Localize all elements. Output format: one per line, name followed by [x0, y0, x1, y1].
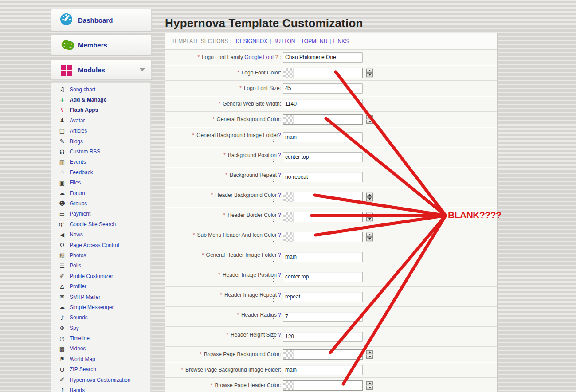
sidebar-module-videos[interactable]: ▩Videos — [51, 344, 150, 354]
sidebar-module-files[interactable]: ▣Files — [51, 178, 150, 188]
sidebar-module-google-site-search[interactable]: g⁺Google Site Search — [51, 219, 150, 229]
transparency-checker-swatch[interactable] — [283, 212, 294, 222]
sidebar-module-avatar[interactable]: ♟Avatar — [51, 115, 150, 125]
sidebar-module-bands[interactable]: ♪Bands — [51, 385, 150, 392]
sidebar-module-news[interactable]: ◀News — [51, 229, 150, 239]
magic-wand-icon: ✐ — [58, 376, 67, 383]
spinner-down-button[interactable] — [366, 73, 373, 77]
section-link-designbox[interactable]: DESIGNBOX — [236, 38, 267, 44]
general-header-image-folder-input[interactable] — [283, 252, 363, 262]
sidebar-module-forum[interactable]: ☁Forum — [51, 188, 150, 198]
spinner-down-button[interactable] — [366, 217, 373, 221]
spinner-up-button[interactable] — [366, 350, 373, 354]
sidebar-item-modules[interactable]: Modules — [51, 59, 152, 80]
sidebar-module-timeline[interactable]: ◷Timeline — [51, 333, 150, 343]
spinner-down-button[interactable] — [366, 237, 373, 241]
sidebar-module-photos[interactable]: ▨Photos — [51, 250, 150, 260]
transparency-checker-swatch[interactable] — [283, 68, 294, 78]
sidebar-module-add-manage[interactable]: +Add & Manage — [51, 94, 150, 105]
header-image-repeat-input[interactable] — [283, 292, 363, 302]
sidebar-module-events[interactable]: ▦Events — [51, 157, 150, 167]
transparency-checker-swatch[interactable] — [283, 115, 294, 124]
help-question-link[interactable]: ? — [278, 272, 281, 278]
google-font-link[interactable]: Google Font — [244, 54, 274, 60]
spinner-up-button[interactable] — [366, 381, 373, 385]
spinner-down-button[interactable] — [366, 120, 373, 124]
logo-font-color-input[interactable] — [294, 68, 366, 78]
spinner-down-button[interactable] — [366, 386, 373, 390]
sidebar-module-payment[interactable]: ▭Payment — [51, 209, 150, 219]
sidebar-module-simple-messenger[interactable]: ☁Simple Messenger — [51, 302, 150, 312]
help-question-link[interactable]: ? — [278, 192, 281, 198]
label-colon: : — [273, 158, 281, 162]
sidebar-module-groups[interactable]: ☻Groups — [51, 198, 150, 208]
section-link-topmenu[interactable]: TOPMENU — [301, 38, 328, 44]
spinner-down-button[interactable] — [366, 197, 373, 201]
general-background-color-input[interactable] — [294, 115, 366, 124]
section-link-links[interactable]: LINKS — [333, 38, 349, 44]
spinner-up-button[interactable] — [366, 233, 373, 237]
header-background-color-input[interactable] — [294, 192, 366, 202]
header-height-size-input[interactable] — [283, 332, 363, 342]
sidebar-module-flash-apps[interactable]: ϟFlash Apps — [51, 105, 150, 115]
transparency-checker-swatch[interactable] — [283, 350, 294, 359]
general-background-color-color-picker[interactable] — [283, 114, 363, 125]
sub-menu-header-and-icon-color-input[interactable] — [294, 232, 366, 242]
sidebar-module-profiler[interactable]: ΔProfiler — [51, 281, 150, 291]
help-question-link[interactable]: ? — [278, 252, 281, 258]
transparency-checker-swatch[interactable] — [283, 232, 294, 242]
module-link-label: Groups — [70, 200, 87, 207]
spinner-up-button[interactable] — [366, 115, 373, 119]
help-question-link[interactable]: ? — [278, 292, 281, 298]
sidebar-module-spy[interactable]: ⊕Spy — [51, 323, 150, 333]
transparency-checker-swatch[interactable] — [283, 192, 294, 202]
logo-font-color-color-picker[interactable] — [283, 68, 363, 78]
section-link-button[interactable]: BUTTON — [273, 38, 295, 44]
transparency-checker-swatch[interactable] — [283, 381, 294, 390]
browse-page-header-color-input[interactable] — [294, 381, 366, 390]
browse-page-header-color-color-picker[interactable] — [283, 380, 363, 391]
general-background-image-folder-input[interactable] — [283, 132, 363, 142]
sidebar-module-feedback[interactable]: ☝Feedback — [51, 167, 150, 177]
sidebar-module-blogs[interactable]: ✎Blogs — [51, 136, 150, 146]
header-border-color-input[interactable] — [294, 212, 366, 222]
sidebar-module-articles[interactable]: ▤Articles — [51, 126, 150, 136]
sidebar-module-smtp-mailer[interactable]: ✉SMTP Mailer — [51, 292, 150, 302]
sidebar-module-custom-rss[interactable]: ☊Custom RSS — [51, 146, 150, 157]
help-question-link[interactable]: ? — [278, 332, 281, 338]
sidebar-module-polls[interactable]: ☰Polls — [51, 261, 150, 271]
spinner-down-button[interactable] — [366, 355, 373, 359]
spinner-up-button[interactable] — [366, 193, 373, 197]
background-position-input[interactable] — [283, 152, 363, 162]
sidebar-module-page-access-control[interactable]: ΩPage Access Control — [51, 240, 150, 250]
background-repeat-input[interactable] — [283, 172, 363, 182]
browse-page-background-color-color-picker[interactable] — [283, 349, 363, 360]
logo-font-size-input[interactable] — [283, 83, 363, 94]
browse-page-background-color-input[interactable] — [294, 350, 366, 359]
sub-menu-header-and-icon-color-color-picker[interactable] — [283, 232, 363, 242]
chevron-down-icon[interactable] — [140, 68, 145, 71]
spinner-up-button[interactable] — [366, 69, 373, 73]
sidebar-module-song-chart[interactable]: ♫Song chart — [51, 84, 150, 94]
header-border-color-color-picker[interactable] — [283, 212, 363, 222]
help-question-link[interactable]: ? — [278, 212, 281, 218]
logo-font-family-input[interactable] — [283, 52, 363, 63]
sidebar-module-hypernova-customization[interactable]: ✐Hypernova Customization — [51, 375, 150, 385]
general-web-site-width-input[interactable] — [283, 99, 363, 109]
help-question-link[interactable]: ? — [278, 152, 281, 158]
header-image-position-input[interactable] — [283, 272, 363, 282]
sidebar-module-world-map[interactable]: ⚑World Map — [51, 354, 150, 364]
sidebar-module-sounds[interactable]: ♪Sounds — [51, 313, 150, 323]
sidebar-item-dashboard[interactable]: Dashboard — [51, 9, 152, 31]
header-radius-input[interactable] — [283, 312, 363, 322]
help-question-link[interactable]: ? — [278, 312, 281, 318]
sidebar-item-members[interactable]: ☻ Members — [51, 35, 152, 55]
sidebar-module-profile-customizer[interactable]: ✐Profile Customizer — [51, 271, 150, 281]
header-background-color-color-picker[interactable] — [283, 192, 363, 202]
spinner-up-button[interactable] — [366, 213, 373, 217]
browse-page-background-image-folder-input[interactable] — [283, 365, 363, 375]
help-question-link[interactable]: ? — [278, 172, 281, 178]
help-question-link[interactable]: ? — [278, 232, 281, 238]
sidebar-module-zip-search[interactable]: QZIP Search — [51, 365, 150, 375]
help-question-link[interactable]: ? — [278, 132, 281, 138]
